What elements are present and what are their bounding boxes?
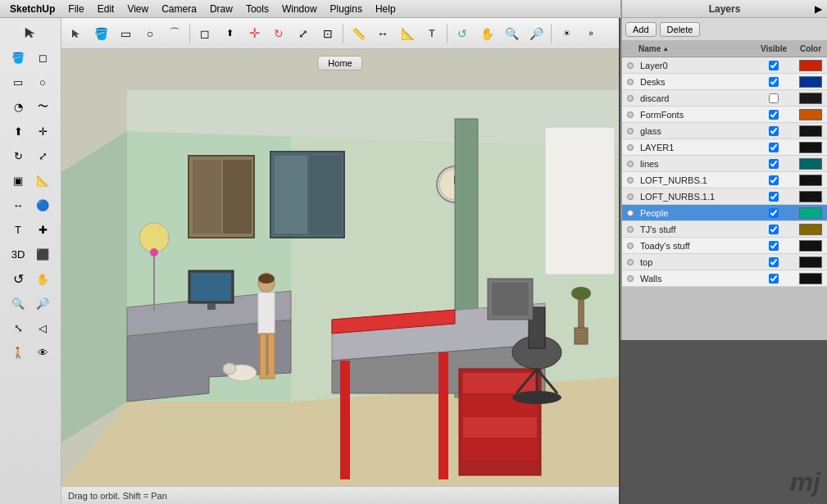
toolbar-tape[interactable]: 📏 xyxy=(347,22,370,45)
layer-visibility-check[interactable] xyxy=(753,143,794,152)
toolbar-circle[interactable]: ○ xyxy=(139,22,161,45)
push-pull-tool[interactable]: ⬆ xyxy=(7,120,30,143)
menu-help[interactable]: Help xyxy=(369,2,402,16)
look-around-tool[interactable]: 👁 xyxy=(31,341,54,364)
toolbar-rotate[interactable]: ↻ xyxy=(267,22,290,45)
layer-color-swatch[interactable] xyxy=(794,191,827,202)
menu-edit[interactable]: Edit xyxy=(91,2,121,16)
layer-row[interactable]: glass xyxy=(622,123,827,139)
layer-color-swatch[interactable] xyxy=(794,257,827,268)
axes-tool[interactable]: ✚ xyxy=(31,218,54,241)
layer-row[interactable]: LOFT_NURBS.1.1 xyxy=(622,188,827,205)
layer-color-swatch[interactable] xyxy=(794,93,827,104)
toolbar-protractor[interactable]: 📐 xyxy=(396,22,419,45)
layer-row[interactable]: LOFT_NURBS.1 xyxy=(622,172,827,188)
home-button[interactable]: Home xyxy=(317,56,362,70)
delete-layer-button[interactable]: Delete xyxy=(660,22,701,37)
layer-visibility-check[interactable] xyxy=(753,175,794,185)
rotate-tool[interactable]: ↻ xyxy=(7,144,30,167)
menu-draw[interactable]: Draw xyxy=(203,2,239,16)
layer-color-swatch[interactable] xyxy=(794,109,827,120)
toolbar-rectangle[interactable]: ▭ xyxy=(114,22,137,45)
menu-window[interactable]: Window xyxy=(275,2,324,16)
menu-tools[interactable]: Tools xyxy=(239,2,275,16)
pan-tool[interactable]: ✋ xyxy=(31,267,54,290)
layer-row[interactable]: discard xyxy=(622,90,827,107)
layer-row[interactable]: Desks xyxy=(622,74,827,90)
menu-sketchup[interactable]: SketchUp xyxy=(3,2,61,16)
orbit-tool[interactable]: ↺ xyxy=(7,267,30,290)
layer-visibility-check[interactable] xyxy=(753,274,794,284)
arc-tool[interactable]: ◔ xyxy=(7,95,30,118)
layer-color-swatch[interactable] xyxy=(794,158,827,170)
layer-visibility-check[interactable] xyxy=(753,93,794,103)
freehand-tool[interactable]: 〜 xyxy=(31,95,54,118)
layers-panel-arrow[interactable]: ▶ xyxy=(815,3,822,15)
toolbar-zoom-extents[interactable]: 🔎 xyxy=(525,22,548,45)
zoom-tool[interactable]: 🔍 xyxy=(7,292,30,315)
layer-color-swatch[interactable] xyxy=(794,60,827,71)
layer-visibility-check[interactable] xyxy=(753,77,794,87)
layer-color-swatch[interactable] xyxy=(794,175,827,186)
toolbar-more[interactable]: » xyxy=(579,22,602,45)
toolbar-shadow[interactable]: ☀ xyxy=(555,22,578,45)
toolbar-paint[interactable]: 🪣 xyxy=(89,22,112,45)
add-layer-button[interactable]: Add xyxy=(625,22,657,37)
3d-viewport[interactable]: Home xyxy=(61,49,619,486)
scale-tool[interactable]: ⤢ xyxy=(31,144,54,167)
layer-color-swatch[interactable] xyxy=(794,240,827,252)
toolbar-zoom[interactable]: 🔍 xyxy=(500,22,523,45)
layer-color-swatch[interactable] xyxy=(794,142,827,153)
menu-file[interactable]: File xyxy=(61,2,90,16)
toolbar-dimension[interactable]: ↔ xyxy=(371,22,394,45)
menu-plugins[interactable]: Plugins xyxy=(324,2,369,16)
toolbar-pan[interactable]: ✋ xyxy=(475,22,498,45)
layer-visibility-check[interactable] xyxy=(753,61,794,70)
paint-bucket-tool[interactable]: 🪣 xyxy=(7,46,30,69)
layer-visibility-check[interactable] xyxy=(753,225,794,234)
layer-row[interactable]: People xyxy=(622,205,827,221)
protractor-tool[interactable]: 🔵 xyxy=(31,193,54,216)
walk-tool[interactable]: 🚶 xyxy=(7,341,30,364)
toolbar-move[interactable]: ✛ xyxy=(243,22,266,45)
eraser-tool[interactable]: ◻ xyxy=(31,46,54,69)
select-tool[interactable] xyxy=(7,21,54,44)
toolbar-arc[interactable]: ⌒ xyxy=(163,22,186,45)
dimension-tool[interactable]: ↔ xyxy=(7,193,30,216)
layer-visibility-check[interactable] xyxy=(753,208,794,218)
layer-row[interactable]: TJ's stuff xyxy=(622,221,827,238)
layer-visibility-check[interactable] xyxy=(753,110,794,120)
layer-color-swatch[interactable] xyxy=(794,207,827,219)
layer-row[interactable]: Toady's stuff xyxy=(622,238,827,254)
toolbar-select[interactable] xyxy=(65,22,88,45)
menu-camera[interactable]: Camera xyxy=(155,2,203,16)
circle-tool[interactable]: ○ xyxy=(31,70,54,93)
offset-tool[interactable]: ▣ xyxy=(7,169,30,192)
prev-view-tool[interactable]: ◁ xyxy=(31,316,54,339)
layer-visibility-check[interactable] xyxy=(753,192,794,202)
tape-tool[interactable]: 📐 xyxy=(31,169,54,192)
layer-color-swatch[interactable] xyxy=(794,125,827,137)
section-tool[interactable]: ⬛ xyxy=(31,243,54,266)
layer-visibility-check[interactable] xyxy=(753,257,794,267)
text-tool[interactable]: T xyxy=(7,218,30,241)
layer-row[interactable]: LAYER1 xyxy=(622,139,827,156)
layer-row[interactable]: FormFonts xyxy=(622,107,827,123)
3d-text-tool[interactable]: 3D xyxy=(7,243,30,266)
layer-row[interactable]: Walls xyxy=(622,270,827,287)
layer-visibility-check[interactable] xyxy=(753,241,794,251)
toolbar-offset[interactable]: ⊡ xyxy=(316,22,339,45)
toolbar-orbit[interactable]: ↺ xyxy=(451,22,474,45)
toolbar-pushpull[interactable]: ⬆ xyxy=(218,22,241,45)
menu-view[interactable]: View xyxy=(120,2,155,16)
layer-visibility-check[interactable] xyxy=(753,159,794,169)
zoom-extents-tool[interactable]: ⤡ xyxy=(7,316,30,339)
rectangle-tool[interactable]: ▭ xyxy=(7,70,30,93)
layer-visibility-check[interactable] xyxy=(753,126,794,136)
layer-color-swatch[interactable] xyxy=(794,273,827,284)
layer-color-swatch[interactable] xyxy=(794,224,827,235)
layer-row[interactable]: top xyxy=(622,254,827,270)
toolbar-scale[interactable]: ⤢ xyxy=(292,22,315,45)
toolbar-erase[interactable]: ◻ xyxy=(193,22,216,45)
zoom-window-tool[interactable]: 🔎 xyxy=(31,292,54,315)
